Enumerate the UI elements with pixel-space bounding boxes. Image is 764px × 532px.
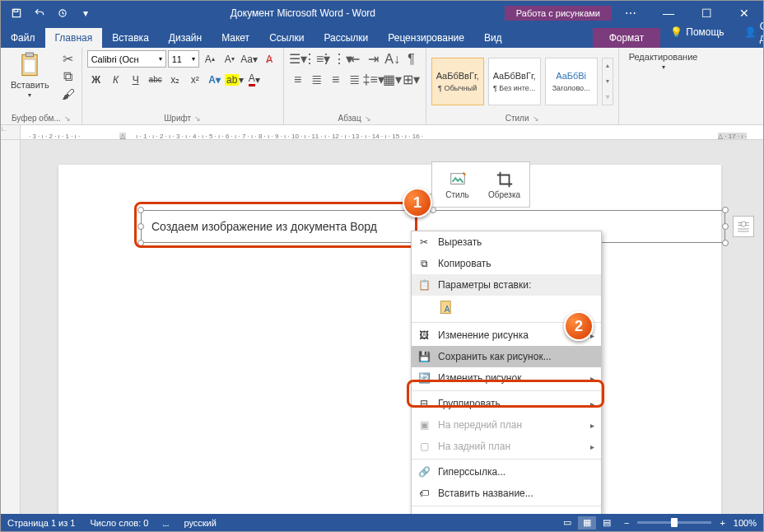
subscript-button[interactable]: x₂ xyxy=(166,71,184,88)
cm-wrap-text[interactable]: ☰Обтекание текстом▸ xyxy=(412,508,601,514)
resize-handle[interactable] xyxy=(722,207,729,213)
tell-me-button[interactable]: 💡Помощь xyxy=(660,16,734,48)
borders-button[interactable]: ⊞▾ xyxy=(403,71,421,88)
resize-handle[interactable] xyxy=(137,207,144,213)
share-button[interactable]: 👤Общий доступ xyxy=(734,16,764,48)
cm-save-as-picture[interactable]: 💾Сохранить как рисунок... xyxy=(412,346,601,367)
tab-view[interactable]: Вид xyxy=(474,28,512,48)
mini-crop-button[interactable]: Обрезка xyxy=(482,166,526,203)
tab-home[interactable]: Главная xyxy=(45,28,103,48)
tab-design[interactable]: Дизайн xyxy=(159,28,212,48)
increase-indent-button[interactable]: ⇥ xyxy=(365,50,383,68)
tab-references[interactable]: Ссылки xyxy=(259,28,314,48)
tab-layout[interactable]: Макет xyxy=(212,28,259,48)
format-painter-button[interactable]: 🖌 xyxy=(60,86,77,103)
clipboard-dialog-launcher[interactable]: ↘ xyxy=(64,114,71,123)
page[interactable]: Стиль Обрезка Создаем изображение из док… xyxy=(58,165,721,514)
ruler-corner[interactable]: ∟ xyxy=(1,125,21,140)
zoom-out-button[interactable]: − xyxy=(624,518,629,528)
horizontal-ruler[interactable]: ∟ · 3 · ı · 2 · ı · 1 · ı · △ ı · 1 · ı … xyxy=(1,125,763,140)
cm-change-picture[interactable]: 🔄Изменить рисунок...▸ xyxy=(412,367,601,389)
change-picture-icon: 🔄 xyxy=(417,371,431,385)
mini-style-button[interactable]: Стиль xyxy=(436,166,479,203)
font-name-combo[interactable]: Calibri (Осн▾ xyxy=(87,50,166,68)
redo-button[interactable] xyxy=(52,2,73,24)
underline-button[interactable]: Ч xyxy=(127,71,145,88)
cut-button[interactable]: ✂ xyxy=(60,50,77,67)
zoom-slider[interactable] xyxy=(637,521,711,524)
status-words[interactable]: Число слов: 0 xyxy=(90,518,148,528)
grow-font-button[interactable]: A▴ xyxy=(201,50,219,68)
view-web-button[interactable]: ▤ xyxy=(598,516,616,530)
resize-handle[interactable] xyxy=(137,223,144,230)
group-icon: ⊟ xyxy=(417,396,431,411)
align-center-button[interactable]: ≣ xyxy=(308,71,326,88)
status-proofing-icon[interactable]: ⎵ xyxy=(163,518,169,528)
style-heading1[interactable]: АаБбВі Заголово... xyxy=(545,58,598,105)
italic-button[interactable]: К xyxy=(107,71,125,88)
tab-file[interactable]: Файл xyxy=(1,28,45,48)
align-left-button[interactable]: ≡ xyxy=(289,71,307,88)
cm-insert-caption[interactable]: 🏷Вставить название... xyxy=(412,483,601,504)
undo-button[interactable] xyxy=(29,2,50,24)
vertical-ruler[interactable] xyxy=(1,140,21,514)
zoom-in-button[interactable]: + xyxy=(720,518,724,528)
tab-insert[interactable]: Вставка xyxy=(102,28,159,48)
qat-customize[interactable]: ▾ xyxy=(75,2,96,24)
cm-hyperlink[interactable]: 🔗Гиперссылка... xyxy=(412,461,601,483)
editing-button[interactable]: Редактирование ▾ xyxy=(624,50,703,72)
resize-handle[interactable] xyxy=(722,223,729,230)
copy-button[interactable]: ⧉ xyxy=(60,68,77,85)
tab-mailings[interactable]: Рассылки xyxy=(314,28,378,48)
cm-cut[interactable]: ✂Вырезать xyxy=(412,231,601,253)
zoom-thumb[interactable] xyxy=(671,518,678,527)
cm-paste-picture[interactable]: A xyxy=(436,297,458,319)
ribbon-options-button[interactable]: ⋯ xyxy=(612,1,650,26)
font-size-value: 11 xyxy=(172,54,182,64)
zoom-level[interactable]: 100% xyxy=(734,518,757,528)
multilevel-button[interactable]: ⋮⋮▾ xyxy=(327,50,345,68)
line-spacing-button[interactable]: ‡≡▾ xyxy=(365,71,383,88)
view-print-button[interactable]: ▦ xyxy=(578,516,596,530)
resize-handle[interactable] xyxy=(137,240,144,246)
justify-button[interactable]: ≣ xyxy=(346,71,364,88)
decrease-indent-button[interactable]: ⇤ xyxy=(346,50,364,68)
resize-handle[interactable] xyxy=(722,240,729,246)
strike-button[interactable]: abc xyxy=(147,71,165,88)
context-menu: ✂Вырезать ⧉Копировать 📋Параметры вставки… xyxy=(411,231,602,514)
cm-link-label: Гиперссылка... xyxy=(438,466,505,478)
sort-button[interactable]: A↓ xyxy=(384,50,402,68)
align-right-button[interactable]: ≡ xyxy=(327,71,345,88)
cm-paste-header: 📋Параметры вставки: xyxy=(412,274,601,296)
style-normal[interactable]: АаБбВвГг, ¶ Обычный xyxy=(431,58,484,105)
status-language[interactable]: русский xyxy=(184,518,216,528)
cm-group[interactable]: ⊟Группировать▸ xyxy=(412,393,601,414)
font-color-button[interactable]: A▾ xyxy=(245,71,263,88)
text-effects-button[interactable]: A▾ xyxy=(206,71,224,88)
styles-gallery-more[interactable]: ▴▾▿ xyxy=(602,58,613,105)
paragraph-dialog-launcher[interactable]: ↘ xyxy=(365,114,371,123)
group-clipboard: Вставить ▾ ✂ ⧉ 🖌 Буфер обм...↘ xyxy=(1,48,82,124)
superscript-button[interactable]: x² xyxy=(186,71,204,88)
mini-toolbar: Стиль Обрезка xyxy=(431,161,530,208)
font-size-combo[interactable]: 11▾ xyxy=(168,50,199,68)
view-read-button[interactable]: ▭ xyxy=(558,516,576,530)
tab-review[interactable]: Рецензирование xyxy=(378,28,474,48)
tab-format[interactable]: Формат xyxy=(593,28,661,48)
clear-format-button[interactable]: A̷ xyxy=(260,50,278,68)
layout-options-button[interactable] xyxy=(733,216,754,237)
bold-button[interactable]: Ж xyxy=(87,71,105,88)
style-no-spacing[interactable]: АаБбВвГг, ¶ Без инте... xyxy=(488,58,541,105)
change-case-button[interactable]: Aa▾ xyxy=(240,50,259,68)
show-marks-button[interactable]: ¶ xyxy=(403,50,421,68)
cm-copy[interactable]: ⧉Копировать xyxy=(412,253,601,274)
highlight-button[interactable]: ab▾ xyxy=(226,71,244,88)
shading-button[interactable]: ▦▾ xyxy=(384,71,402,88)
shrink-font-button[interactable]: A▾ xyxy=(221,50,239,68)
styles-dialog-launcher[interactable]: ↘ xyxy=(533,114,539,123)
status-page[interactable]: Страница 1 из 1 xyxy=(7,518,75,528)
save-button[interactable] xyxy=(6,2,27,24)
paste-button[interactable]: Вставить ▾ xyxy=(6,50,54,100)
style-preview-2: АаБбВвГг, xyxy=(493,71,536,81)
font-dialog-launcher[interactable]: ↘ xyxy=(194,114,201,123)
